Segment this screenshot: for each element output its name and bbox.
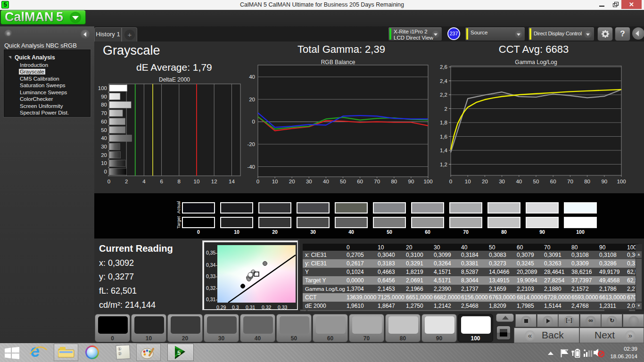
svg-text:-40: -40 [247, 164, 255, 170]
svg-text:-20: -20 [247, 141, 255, 147]
svg-text:40: 40 [249, 74, 255, 80]
svg-text:40: 40 [323, 179, 329, 184]
svg-text:30: 30 [499, 179, 505, 184]
svg-text:60: 60 [550, 179, 556, 184]
svg-text:2: 2 [445, 106, 447, 112]
svg-text:40: 40 [101, 135, 107, 141]
svg-text:100: 100 [423, 179, 432, 184]
svg-text:0: 0 [252, 119, 255, 124]
svg-text:60: 60 [357, 179, 363, 184]
svg-text:14: 14 [229, 179, 235, 184]
svg-text:70: 70 [567, 179, 573, 184]
svg-text:70: 70 [101, 110, 107, 116]
svg-text:30: 30 [306, 179, 312, 184]
svg-text:100: 100 [98, 85, 107, 91]
svg-text:100: 100 [617, 179, 626, 184]
svg-text:0: 0 [104, 169, 107, 174]
svg-text:80: 80 [584, 179, 590, 184]
svg-text:10: 10 [101, 160, 107, 166]
svg-text:30: 30 [101, 144, 107, 149]
svg-text:20: 20 [289, 179, 295, 184]
svg-text:DeltaE 2000: DeltaE 2000 [159, 76, 190, 83]
svg-text:80: 80 [101, 102, 107, 107]
svg-text:90: 90 [101, 94, 107, 99]
svg-text:50: 50 [340, 179, 346, 184]
svg-text:50: 50 [101, 127, 107, 133]
svg-text:90: 90 [408, 179, 414, 184]
svg-text:80: 80 [391, 179, 397, 184]
svg-text:20: 20 [482, 179, 488, 184]
svg-text:40: 40 [516, 179, 522, 184]
svg-text:RGB Balance: RGB Balance [321, 59, 355, 66]
svg-text:8: 8 [178, 179, 181, 184]
svg-text:70: 70 [374, 179, 380, 184]
svg-text:20: 20 [101, 152, 107, 158]
svg-text:60: 60 [101, 119, 107, 124]
svg-text:2,6: 2,6 [440, 64, 447, 70]
svg-text:2: 2 [125, 179, 128, 184]
svg-text:Gamma Log/Log: Gamma Log/Log [515, 59, 557, 66]
svg-text:50: 50 [533, 179, 539, 184]
svg-text:0: 0 [107, 179, 110, 184]
svg-text:10: 10 [194, 179, 200, 184]
svg-text:0: 0 [449, 179, 452, 184]
svg-text:2,2: 2,2 [440, 92, 447, 98]
svg-text:10: 10 [272, 179, 278, 184]
svg-text:90: 90 [601, 179, 607, 184]
svg-text:0: 0 [256, 179, 259, 184]
svg-text:1,6: 1,6 [440, 134, 447, 140]
svg-text:1,4: 1,4 [440, 148, 448, 153]
svg-text:10: 10 [465, 179, 471, 184]
svg-text:1,2: 1,2 [440, 162, 447, 167]
svg-text:1,8: 1,8 [440, 120, 447, 125]
svg-text:4: 4 [142, 179, 146, 184]
svg-text:6: 6 [160, 179, 163, 184]
svg-text:2,4: 2,4 [440, 78, 448, 84]
svg-text:12: 12 [211, 179, 217, 184]
svg-text:20: 20 [249, 97, 255, 102]
